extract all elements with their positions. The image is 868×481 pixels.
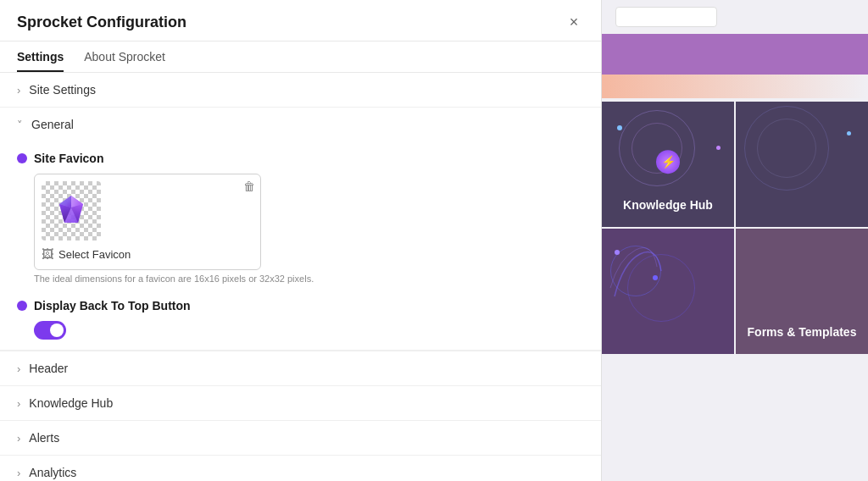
tab-settings[interactable]: Settings xyxy=(17,41,64,72)
site-favicon-setting: Site Favicon 🗑 xyxy=(0,141,601,290)
select-favicon-label: Select Favicon xyxy=(58,248,131,261)
back-to-top-setting: Display Back To Top Button xyxy=(0,290,601,351)
modal-panel: Sprocket Configuration × Settings About … xyxy=(0,0,602,481)
chevron-down-icon: ˅ xyxy=(17,119,23,131)
section-header[interactable]: › Header xyxy=(0,351,601,386)
section-general: ˅ General Site Favicon 🗑 xyxy=(0,108,601,351)
chevron-right-icon-alerts: › xyxy=(17,432,20,445)
favicon-label-row: Site Favicon xyxy=(17,152,584,165)
favicon-gem-icon xyxy=(53,192,90,229)
back-to-top-toggle[interactable] xyxy=(34,321,66,340)
close-button[interactable]: × xyxy=(564,12,584,32)
chevron-right-icon-header: › xyxy=(17,362,20,375)
favicon-dot xyxy=(17,153,27,163)
dot-purple-1 xyxy=(716,146,721,150)
top-bar xyxy=(602,0,868,34)
section-analytics[interactable]: › Analytics xyxy=(0,456,601,481)
right-panel: ⚡ Knowledge Hub Forms & Templates xyxy=(602,0,868,481)
modal-title: Sprocket Configuration xyxy=(17,14,186,31)
header-label: Header xyxy=(29,362,68,375)
back-to-top-dot xyxy=(17,301,27,311)
general-header[interactable]: ˅ General xyxy=(0,108,601,141)
peach-bar xyxy=(602,75,868,98)
section-alerts[interactable]: › Alerts xyxy=(0,421,601,456)
knowledge-hub-label: Knowledge Hub xyxy=(29,396,113,410)
chevron-right-icon-analytics: › xyxy=(17,467,20,479)
purple-bar xyxy=(602,34,868,75)
favicon-preview xyxy=(42,181,101,240)
back-to-top-label: Display Back To Top Button xyxy=(34,299,191,312)
section-site-settings[interactable]: › Site Settings xyxy=(0,73,601,108)
favicon-upload-box[interactable]: 🗑 xyxy=(34,174,261,270)
forms-curve-icon xyxy=(606,237,665,305)
deco-circle-4 xyxy=(757,119,816,178)
site-settings-label: Site Settings xyxy=(29,83,96,97)
analytics-label: Analytics xyxy=(29,466,76,479)
favicon-delete-button[interactable]: 🗑 xyxy=(243,180,255,193)
card-knowledge-hub-2[interactable] xyxy=(736,102,868,227)
tabs-row: Settings About Sprocket xyxy=(0,41,601,73)
forms-card-label: Forms & Templates xyxy=(748,325,857,339)
section-knowledge-hub[interactable]: › Knowledge Hub xyxy=(0,386,601,421)
tab-about[interactable]: About Sprocket xyxy=(84,41,165,72)
dot-blue-2 xyxy=(847,131,851,135)
favicon-label: Site Favicon xyxy=(34,152,103,165)
chevron-right-icon: › xyxy=(17,84,20,97)
favicon-hint: The ideal dimensions for a favicon are 1… xyxy=(34,274,584,284)
cards-grid: ⚡ Knowledge Hub Forms & Templates xyxy=(602,102,868,354)
toggle-knob xyxy=(50,323,64,337)
back-to-top-label-row: Display Back To Top Button xyxy=(17,299,584,312)
modal-header: Sprocket Configuration × xyxy=(0,0,601,41)
modal-content: › Site Settings ˅ General Site Favicon 🗑 xyxy=(0,73,601,481)
card-forms-left[interactable] xyxy=(602,229,734,354)
knowledge-hub-card-label: Knowledge Hub xyxy=(623,198,713,212)
card-knowledge-hub[interactable]: ⚡ Knowledge Hub xyxy=(602,102,734,227)
card-forms-templates[interactable]: Forms & Templates xyxy=(736,229,868,354)
alerts-label: Alerts xyxy=(29,431,59,445)
select-favicon-button[interactable]: 🖼 Select Favicon xyxy=(42,246,253,263)
search-box[interactable] xyxy=(615,7,717,27)
knowledge-hub-icon: ⚡ xyxy=(656,150,680,174)
chevron-right-icon-knowledge: › xyxy=(17,397,20,410)
image-icon: 🖼 xyxy=(42,247,53,261)
general-label: General xyxy=(31,118,74,131)
dot-blue-1 xyxy=(617,125,622,130)
